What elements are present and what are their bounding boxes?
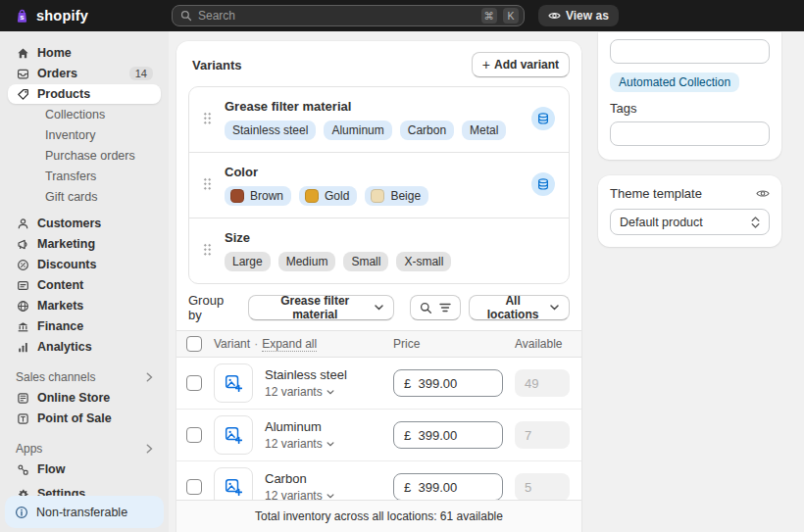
sales-channels-header[interactable]: Sales channels bbox=[16, 368, 153, 386]
sidebar-item-purchase-orders[interactable]: Purchase orders bbox=[8, 146, 161, 166]
group-by-value: Grease filter material bbox=[259, 294, 371, 321]
option-grease-filter-material: Grease filter material Stainless steel A… bbox=[189, 87, 569, 153]
group-by-dropdown[interactable]: Grease filter material bbox=[248, 295, 394, 320]
option-color: Color Brown Gold bbox=[189, 153, 569, 218]
nav-label: Content bbox=[37, 278, 83, 292]
sidebar-item-inventory[interactable]: Inventory bbox=[8, 125, 161, 145]
drag-handle-icon[interactable] bbox=[203, 112, 212, 124]
search-filter-button[interactable] bbox=[410, 295, 461, 320]
metafield-link-icon[interactable] bbox=[531, 172, 555, 196]
shopify-logo[interactable]: s shopify bbox=[14, 8, 88, 24]
orders-count-badge: 14 bbox=[129, 67, 153, 80]
sidebar-item-markets[interactable]: Markets bbox=[8, 296, 161, 315]
variant-options-box: Grease filter material Stainless steel A… bbox=[188, 86, 570, 284]
variant-expand-toggle[interactable]: 12 variants bbox=[265, 437, 381, 451]
collections-input[interactable] bbox=[610, 39, 770, 64]
row-checkbox[interactable] bbox=[186, 479, 202, 495]
option-size: Size Large Medium Small X-small bbox=[189, 218, 569, 283]
view-as-button[interactable]: View as bbox=[538, 5, 619, 26]
color-swatch-beige bbox=[371, 189, 384, 203]
header-separator: · bbox=[254, 337, 258, 351]
sidebar-item-customers[interactable]: Customers bbox=[8, 214, 161, 233]
nav-label: Gift cards bbox=[45, 190, 98, 204]
variant-image-placeholder[interactable] bbox=[214, 415, 253, 455]
row-checkbox[interactable] bbox=[186, 427, 202, 443]
sidebar-item-transfers[interactable]: Transfers bbox=[8, 167, 161, 186]
info-icon bbox=[15, 506, 28, 519]
nav-label: Finance bbox=[37, 319, 83, 333]
theme-template-select[interactable]: Default product bbox=[610, 209, 770, 235]
content-icon bbox=[16, 279, 29, 292]
option-name: Size bbox=[225, 230, 555, 245]
option-value-chip: Beige bbox=[365, 186, 428, 206]
nav-label: Discounts bbox=[37, 258, 96, 271]
customers-icon bbox=[16, 218, 29, 230]
nav-label: Orders bbox=[37, 67, 77, 80]
variant-count-label: 12 variants bbox=[265, 437, 323, 451]
theme-template-value: Default product bbox=[620, 216, 703, 229]
sidebar-item-products[interactable]: Products bbox=[8, 84, 161, 104]
flow-icon bbox=[16, 463, 29, 476]
drag-handle-icon[interactable] bbox=[203, 177, 212, 190]
search-icon bbox=[420, 302, 432, 314]
global-search[interactable]: ⌘ K bbox=[172, 5, 525, 26]
sidebar-item-orders[interactable]: Orders 14 bbox=[8, 64, 161, 83]
orders-icon bbox=[16, 68, 29, 80]
nav-label: Collections bbox=[45, 108, 105, 121]
nav-label: Marketing bbox=[37, 237, 95, 251]
chevron-down-icon bbox=[327, 390, 334, 395]
topbar: s shopify ⌘ K View as bbox=[0, 0, 804, 31]
metafield-link-icon[interactable] bbox=[531, 107, 555, 130]
markets-globe-icon bbox=[16, 300, 29, 313]
sidebar-item-gift-cards[interactable]: Gift cards bbox=[8, 187, 161, 207]
add-variant-button[interactable]: + Add variant bbox=[472, 52, 570, 77]
variant-expand-toggle[interactable]: 12 variants bbox=[265, 385, 381, 399]
add-variant-label: Add variant bbox=[494, 58, 559, 72]
expand-all-toggle[interactable]: Expand all bbox=[262, 337, 317, 352]
search-input[interactable] bbox=[198, 9, 476, 23]
chip-label: Gold bbox=[325, 189, 349, 203]
apps-header[interactable]: Apps bbox=[16, 440, 153, 458]
sidebar-item-discounts[interactable]: Discounts bbox=[8, 255, 161, 274]
price-input[interactable] bbox=[393, 369, 503, 397]
chevron-down-icon bbox=[550, 305, 559, 311]
sidebar-item-finance[interactable]: Finance bbox=[8, 316, 161, 336]
shopify-bag-icon: s bbox=[14, 8, 30, 24]
nav-label: Point of Sale bbox=[37, 411, 112, 425]
option-value-chip: Metal bbox=[462, 121, 506, 140]
variants-title: Variants bbox=[192, 58, 242, 73]
sidebar-item-collections[interactable]: Collections bbox=[8, 105, 161, 124]
online-store-icon bbox=[16, 392, 29, 405]
variants-card: Variants + Add variant Grease filter mat… bbox=[176, 41, 581, 532]
nav-label: Markets bbox=[37, 299, 83, 313]
sidebar-item-point-of-sale[interactable]: Point of Sale bbox=[8, 409, 161, 428]
sidebar-item-home[interactable]: Home bbox=[8, 43, 161, 63]
sidebar-item-analytics[interactable]: Analytics bbox=[8, 337, 161, 357]
price-input[interactable] bbox=[393, 421, 503, 449]
variant-image-placeholder[interactable] bbox=[214, 363, 253, 403]
tags-label: Tags bbox=[610, 101, 770, 116]
chevron-right-icon bbox=[146, 444, 153, 454]
locations-filter-value: All locations bbox=[479, 294, 546, 321]
chevron-down-icon bbox=[375, 305, 383, 311]
view-as-label: View as bbox=[566, 9, 609, 23]
main-content: Variants + Add variant Grease filter mat… bbox=[176, 31, 581, 532]
theme-template-label: Theme template bbox=[610, 186, 702, 201]
nav-label: Transfers bbox=[45, 169, 96, 183]
locations-filter-dropdown[interactable]: All locations bbox=[469, 295, 570, 320]
organization-card: Automated Collection Tags bbox=[598, 32, 781, 160]
drag-handle-icon[interactable] bbox=[203, 243, 212, 256]
price-input[interactable] bbox=[393, 473, 503, 501]
sidebar: Home Orders 14 Products Collections Inve… bbox=[0, 31, 169, 532]
sidebar-item-content[interactable]: Content bbox=[8, 275, 161, 295]
row-checkbox[interactable] bbox=[186, 375, 202, 391]
select-all-checkbox[interactable] bbox=[186, 336, 202, 352]
option-value-chip: Stainless steel bbox=[225, 121, 316, 140]
sidebar-item-flow[interactable]: Flow bbox=[8, 459, 161, 479]
sidebar-item-marketing[interactable]: Marketing bbox=[8, 234, 161, 254]
tags-input[interactable] bbox=[610, 121, 770, 146]
collection-tag[interactable]: Automated Collection bbox=[610, 73, 739, 92]
sidebar-item-online-store[interactable]: Online Store bbox=[8, 388, 161, 408]
eye-icon bbox=[548, 11, 561, 21]
non-transferable-banner[interactable]: Non-transferable bbox=[5, 496, 164, 528]
